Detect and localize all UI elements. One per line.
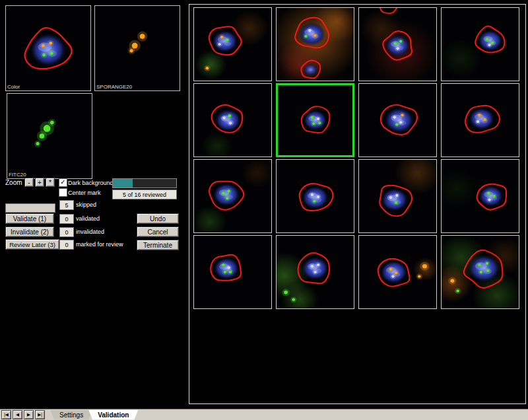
progress-bar (112, 178, 177, 188)
cell-tile[interactable] (193, 159, 272, 233)
invalidated-count-field: 0 (59, 227, 74, 237)
zoom-out-button[interactable]: - (24, 178, 34, 187)
cell-tile[interactable] (276, 235, 354, 309)
tab-strip: Settings Validation (50, 410, 138, 420)
fitc-preview-panel: FITC20 (7, 93, 92, 179)
tab-validation[interactable]: Validation (88, 410, 138, 420)
unlabeled-input-field[interactable] (5, 203, 55, 213)
fish-validation-screen: { "window": {"background": "#000000"}, "… (0, 0, 528, 420)
center-mark-label: Center mark (68, 189, 101, 197)
skipped-count-field: 5 (59, 200, 74, 210)
zoom-fit-button[interactable]: * (46, 178, 55, 187)
cell-tile[interactable] (193, 235, 272, 309)
invalidate-button[interactable]: Invalidate (2) (5, 227, 54, 237)
terminate-button[interactable]: Terminate (137, 240, 179, 250)
validated-label: validated (76, 215, 100, 223)
tab-nav-first-button[interactable]: |◀ (1, 410, 11, 419)
center-mark-checkbox[interactable] (59, 188, 67, 197)
sporange-preview-panel: SPORANGE20 (94, 5, 180, 91)
progress-fill (113, 179, 133, 188)
cancel-button[interactable]: Cancel (137, 227, 179, 237)
cell-tile[interactable] (193, 83, 272, 157)
cell-tile[interactable] (276, 7, 354, 81)
cell-tile[interactable] (358, 159, 437, 233)
cell-tile[interactable] (441, 7, 519, 81)
color-preview-panel: Color (5, 5, 91, 91)
sporange-preview-image (95, 6, 180, 90)
tab-nav-next-button[interactable]: ▶ (24, 410, 34, 419)
cell-tile-selected[interactable] (276, 83, 354, 157)
undo-button[interactable]: Undo (137, 213, 179, 224)
cell-tile[interactable] (276, 159, 354, 233)
cell-tile[interactable] (358, 235, 437, 309)
review-later-button[interactable]: Review Later (3) (5, 239, 59, 250)
sporange-preview-label: SPORANGE20 (96, 84, 133, 90)
cell-tile[interactable] (441, 83, 519, 157)
zoom-label: Zoom (5, 179, 22, 187)
zoom-in-button[interactable]: + (35, 178, 44, 187)
cell-tile[interactable] (193, 7, 272, 81)
cell-tile[interactable] (441, 159, 519, 233)
thumbnail-grid (189, 4, 526, 404)
color-preview-image (6, 6, 90, 90)
tab-settings[interactable]: Settings (50, 410, 92, 420)
cell-tile[interactable] (358, 83, 437, 157)
invalidated-label: invalidated (76, 228, 104, 236)
dark-background-label: Dark background (68, 179, 114, 187)
skipped-label: skipped (76, 201, 96, 209)
review-label: marked for review (76, 240, 123, 248)
validated-count-field: 0 (59, 214, 74, 224)
validate-button[interactable]: Validate (1) (5, 213, 54, 224)
cell-tile[interactable] (441, 235, 519, 309)
review-count-field: 0 (59, 240, 74, 250)
bottom-tab-bar: |◀ ◀ ▶ ▶| Settings Validation (0, 409, 528, 420)
color-preview-label: Color (7, 84, 20, 90)
dark-background-checkbox[interactable]: ✓ (59, 178, 67, 187)
tab-nav-last-button[interactable]: ▶| (35, 410, 45, 419)
cell-tile[interactable] (358, 7, 437, 81)
reviewed-status-field: 5 of 16 reviewed (112, 190, 177, 199)
fitc-preview-label: FITC20 (8, 172, 27, 178)
fitc-preview-image (7, 94, 92, 178)
tab-nav-prev-button[interactable]: ◀ (13, 410, 22, 419)
